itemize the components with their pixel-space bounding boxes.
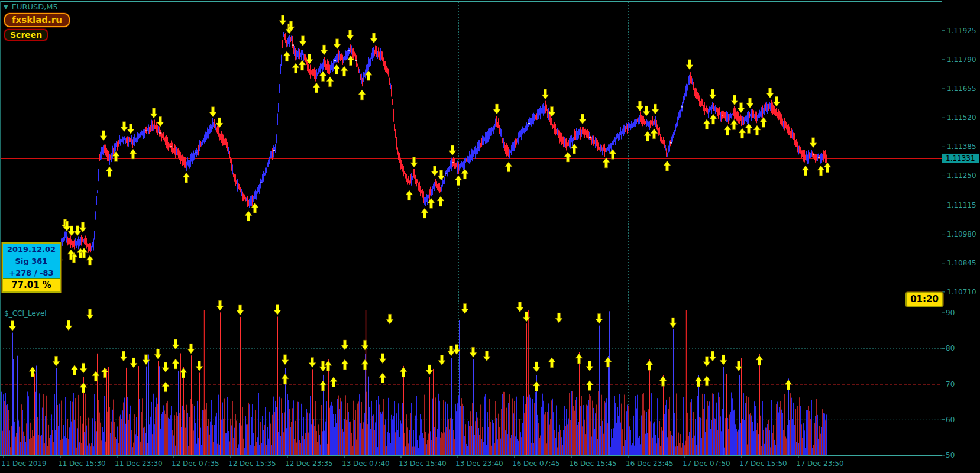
svg-text:16 Dec 23:45: 16 Dec 23:45 (626, 459, 674, 468)
svg-text:60: 60 (946, 416, 955, 424)
down-signal-arrow (282, 355, 289, 365)
up-signal-arrow (29, 367, 36, 377)
up-signal-arrow (745, 123, 752, 133)
down-signal-arrow (120, 351, 127, 361)
down-signal-arrow (426, 365, 433, 375)
up-signal-arrow (358, 90, 366, 100)
fxsklad-button[interactable]: fxsklad.ru (4, 13, 70, 27)
down-signal-arrow (703, 357, 710, 367)
down-signal-arrow (636, 101, 643, 111)
down-signal-arrow (448, 346, 455, 356)
down-signal-arrow (9, 321, 16, 331)
time-axis[interactable]: 11 Dec 201911 Dec 15:3011 Dec 23:3012 De… (1, 456, 844, 468)
svg-text:1.10980: 1.10980 (947, 230, 976, 238)
down-signal-arrow (154, 349, 161, 359)
up-signal-arrow (313, 83, 320, 93)
up-signal-arrow (564, 152, 571, 162)
up-signal-arrow (753, 125, 761, 135)
down-signal-arrow (449, 145, 456, 155)
down-signal-arrow (100, 131, 107, 141)
chart-frame (0, 1, 942, 456)
stats-date: 2019.12.02 (3, 244, 60, 255)
up-signal-arrow (730, 120, 738, 130)
signal-stats-panel[interactable]: 2019.12.02 Sig 361 +278 / -83 77.01 % (2, 242, 61, 293)
up-signal-arrow (325, 361, 332, 371)
symbol-title-text: EURUSD,M5 (12, 2, 58, 11)
up-signal-arrow (106, 167, 113, 177)
up-signal-arrow (603, 158, 610, 168)
svg-text:1.11331: 1.11331 (946, 154, 975, 163)
up-signal-arrow (548, 358, 555, 368)
down-signal-arrow (216, 118, 223, 128)
svg-text:17 Dec 23:50: 17 Dec 23:50 (796, 459, 844, 468)
up-signal-arrow (437, 196, 444, 206)
up-signal-arrow (421, 208, 428, 218)
candle-timer[interactable]: 01:20 (905, 292, 943, 307)
down-signal-arrow (86, 309, 93, 319)
up-signal-arrow (455, 176, 462, 186)
svg-text:17 Dec 07:50: 17 Dec 07:50 (683, 459, 730, 468)
svg-text:12 Dec 07:35: 12 Dec 07:35 (172, 459, 219, 468)
up-signal-arrow (428, 198, 435, 208)
down-signal-arrow (379, 354, 386, 364)
down-signal-arrow (643, 106, 650, 116)
up-signal-arrow (361, 359, 368, 370)
down-signal-arrow (79, 222, 86, 232)
screen-button[interactable]: Screen (4, 29, 48, 41)
up-signal-arrow (283, 51, 290, 61)
svg-text:13 Dec 15:40: 13 Dec 15:40 (399, 459, 447, 468)
down-signal-arrow (773, 96, 780, 106)
down-signal-arrow (720, 355, 727, 365)
down-signal-arrow (731, 95, 738, 105)
up-signal-arrow (400, 367, 407, 377)
svg-text:1.11520: 1.11520 (947, 114, 976, 122)
svg-text:13 Dec 07:40: 13 Dec 07:40 (342, 459, 390, 468)
svg-text:11 Dec 2019: 11 Dec 2019 (1, 459, 47, 468)
svg-text:11 Dec 15:30: 11 Dec 15:30 (58, 459, 106, 468)
stats-win-percent: 77.01 % (3, 279, 60, 291)
price-axis[interactable]: 1.119251.117901.116551.115201.113851.112… (942, 27, 979, 459)
down-signal-arrow (347, 30, 354, 40)
down-signal-arrow (493, 104, 500, 114)
down-signal-arrow (438, 355, 445, 365)
down-signal-arrow (709, 89, 716, 99)
down-signal-arrow (483, 351, 490, 361)
up-signal-arrow (695, 377, 702, 387)
down-signal-arrow (596, 314, 603, 324)
down-signal-arrow (299, 36, 306, 46)
down-signal-arrow (53, 356, 60, 366)
svg-text:13 Dec 23:40: 13 Dec 23:40 (455, 459, 503, 468)
svg-text:12 Dec 23:35: 12 Dec 23:35 (285, 459, 333, 468)
stats-win-loss: +278 / -83 (3, 267, 60, 279)
svg-text:11 Dec 23:30: 11 Dec 23:30 (115, 459, 163, 468)
symbol-title: ▼ EURUSD,M5 (4, 2, 58, 11)
down-signal-arrow (216, 300, 224, 310)
down-signal-arrow (279, 15, 286, 25)
down-signal-arrow (127, 124, 134, 134)
terminal-window: 1.119251.117901.116551.115201.113851.112… (0, 0, 980, 473)
cci-indicator-bars[interactable] (2, 310, 827, 455)
up-signal-arrow (130, 149, 137, 159)
down-signal-arrow (709, 351, 716, 361)
down-signal-arrow (321, 45, 328, 55)
down-signal-arrow (461, 304, 468, 314)
up-signal-arrow (703, 376, 710, 386)
down-signal-arrow (187, 344, 195, 354)
down-signal-arrow (542, 89, 549, 99)
down-signal-arrow (386, 314, 393, 324)
down-signal-arrow (274, 305, 281, 315)
chart-canvas[interactable]: 1.119251.117901.116551.115201.113851.112… (0, 0, 980, 473)
down-signal-arrow (579, 114, 586, 124)
up-signal-arrow (739, 128, 746, 138)
down-signal-arrow (237, 305, 244, 315)
svg-text:1.10710: 1.10710 (947, 288, 976, 296)
svg-text:1.11115: 1.11115 (947, 201, 976, 209)
main-chart-candles[interactable] (2, 28, 827, 280)
svg-text:1.11385: 1.11385 (947, 142, 976, 151)
up-signal-arrow (651, 129, 658, 139)
down-signal-arrow (334, 39, 341, 49)
up-signal-arrow (644, 131, 651, 141)
down-signal-arrow (766, 88, 774, 98)
up-signal-arrow (703, 119, 710, 129)
chevron-down-icon[interactable]: ▼ (4, 4, 8, 10)
